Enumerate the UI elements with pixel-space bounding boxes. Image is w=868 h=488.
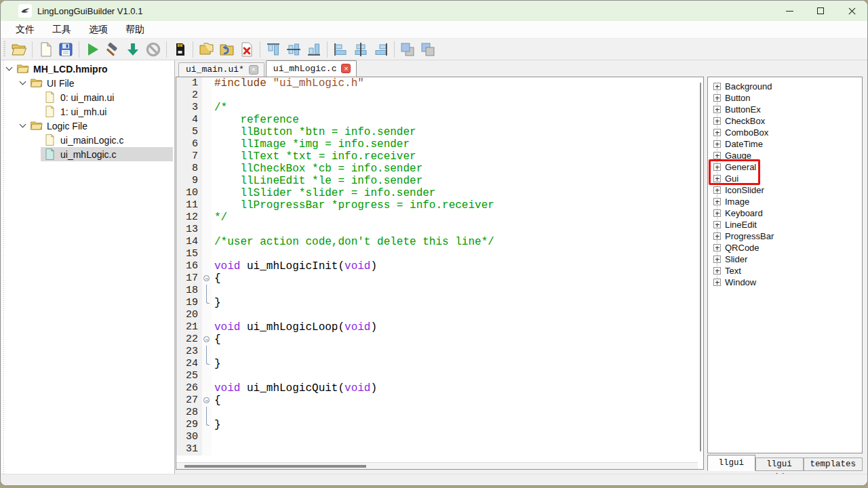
code-line-21[interactable]: 21void ui_mhLogicLoop(void) <box>176 321 698 333</box>
expand-plus-icon[interactable] <box>713 117 721 125</box>
expand-plus-icon[interactable] <box>713 232 721 240</box>
expand-plus-icon[interactable] <box>713 198 721 205</box>
bring-front-button[interactable] <box>397 40 418 59</box>
code-line-15[interactable]: 15 <box>176 248 698 260</box>
chevron-down-icon[interactable] <box>20 121 26 128</box>
expand-plus-icon[interactable] <box>713 244 721 251</box>
code-line-7[interactable]: 7 llText *txt = info.receiver <box>176 150 698 163</box>
expand-plus-icon[interactable] <box>713 186 721 194</box>
code-line-28[interactable]: 28 <box>176 407 698 419</box>
open-folder-button[interactable] <box>9 40 29 59</box>
widget-item-keyboard[interactable]: Keyboard <box>708 207 862 219</box>
code-line-1[interactable]: 1#include "ui_mhLogic.h" <box>176 77 698 89</box>
code-line-12[interactable]: 12*/ <box>176 211 698 224</box>
code-line-9[interactable]: 9 llLineEdit *le = info.sender <box>176 175 698 187</box>
sd-card-button[interactable] <box>170 40 190 59</box>
project-tree-item-ui-mainlogic-c[interactable]: ui_mainLogic.c <box>1 133 174 147</box>
bottom-tab-llgui-id[interactable]: llgui id <box>755 458 804 471</box>
align-right-button[interactable] <box>371 40 391 59</box>
save-button[interactable] <box>56 40 76 59</box>
code-line-23[interactable]: 23 <box>176 346 698 358</box>
code-line-11[interactable]: 11 llProgressBar *progress = info.receiv… <box>176 199 698 211</box>
widget-item-lineedit[interactable]: LineEdit <box>708 219 862 230</box>
widget-item-window[interactable]: Window <box>708 277 862 288</box>
code-line-30[interactable]: 30 <box>176 431 698 443</box>
code-line-24[interactable]: 24} <box>176 358 698 370</box>
chevron-down-icon[interactable] <box>6 64 13 71</box>
expand-plus-icon[interactable] <box>713 163 721 171</box>
align-left-button[interactable] <box>330 40 351 59</box>
expand-plus-icon[interactable] <box>713 209 721 217</box>
expand-plus-icon[interactable] <box>713 267 721 274</box>
widget-item-qrcode[interactable]: QRCode <box>708 242 862 253</box>
editor-horizontal-scrollbar[interactable] <box>176 462 698 469</box>
project-tree-item-1-ui-mh-ui[interactable]: 1: ui_mh.ui <box>1 104 174 119</box>
code-line-10[interactable]: 10 llSlider *slider = info.sender <box>176 187 698 199</box>
menu-item-2[interactable]: 选项 <box>81 22 116 37</box>
code-line-6[interactable]: 6 llImage *img = info.sender <box>176 138 698 150</box>
copy-button[interactable] <box>196 40 216 59</box>
align-bottom-button[interactable] <box>304 40 324 59</box>
widget-item-text[interactable]: Text <box>708 265 862 277</box>
code-line-25[interactable]: 25 <box>176 370 698 382</box>
menu-item-3[interactable]: 帮助 <box>117 22 153 37</box>
download-button[interactable] <box>123 40 143 59</box>
expand-plus-icon[interactable] <box>713 279 721 286</box>
tab-close-icon[interactable]: × <box>249 65 258 75</box>
expand-plus-icon[interactable] <box>713 106 721 113</box>
code-line-16[interactable]: 16void ui_mhLogicInit(void) <box>176 260 698 272</box>
build-button[interactable] <box>102 40 123 59</box>
expand-plus-icon[interactable] <box>713 83 721 90</box>
expand-plus-icon[interactable] <box>713 129 721 136</box>
widget-item-checkbox[interactable]: CheckBox <box>708 115 862 127</box>
widget-item-gui[interactable]: Gui <box>708 173 862 184</box>
code-line-17[interactable]: 17{ <box>176 272 698 285</box>
hscroll-thumb[interactable] <box>184 465 366 468</box>
widget-item-progressbar[interactable]: ProgressBar <box>708 230 862 242</box>
toolbar-grip[interactable] <box>2 41 7 58</box>
stop-button[interactable] <box>143 40 163 59</box>
widget-item-combobox[interactable]: ComboBox <box>708 127 862 138</box>
widget-item-general[interactable]: General <box>708 161 862 173</box>
code-line-29[interactable]: 29} <box>176 419 698 431</box>
code-line-14[interactable]: 14/*user action code,don't delete this l… <box>176 236 698 248</box>
new-file-button[interactable] <box>35 40 56 59</box>
code-editor[interactable]: 1#include "ui_mhLogic.h"23/*4 reference5… <box>176 77 704 470</box>
fold-marker-icon[interactable] <box>202 333 212 346</box>
expand-plus-icon[interactable] <box>713 94 721 102</box>
widget-item-datetime[interactable]: DateTime <box>708 138 862 150</box>
menu-item-1[interactable]: 工具 <box>44 22 79 37</box>
project-tree-item-logic-file[interactable]: Logic File <box>1 119 174 133</box>
editor-tab-ui-main-ui-[interactable]: ui_main.ui*× <box>178 62 264 77</box>
code-line-3[interactable]: 3/* <box>176 102 698 114</box>
code-line-5[interactable]: 5 llButton *btn = info.sender <box>176 126 698 138</box>
send-back-button[interactable] <box>418 40 438 59</box>
widget-item-gauge[interactable]: Gauge <box>708 150 862 161</box>
code-line-20[interactable]: 20 <box>176 309 698 321</box>
widget-item-slider[interactable]: Slider <box>708 253 862 265</box>
expand-plus-icon[interactable] <box>713 221 721 228</box>
align-top-button[interactable] <box>263 40 283 59</box>
widget-item-buttonex[interactable]: ButtonEx <box>708 104 862 115</box>
minimize-button[interactable] <box>774 1 805 21</box>
fold-marker-icon[interactable] <box>202 394 212 407</box>
expand-plus-icon[interactable] <box>713 140 721 148</box>
align-hcenter-button[interactable] <box>351 40 371 59</box>
menu-item-0[interactable]: 文件 <box>7 22 43 37</box>
bottom-tab-llgui-func[interactable]: llgui func <box>707 455 755 471</box>
import-button[interactable] <box>216 40 237 59</box>
chevron-down-icon[interactable] <box>20 79 26 85</box>
code-line-13[interactable]: 13 <box>176 224 698 236</box>
code-line-8[interactable]: 8 llCheckBox *cb = info.sender <box>176 163 698 175</box>
project-tree-item-ui-file[interactable]: UI File <box>1 76 174 90</box>
project-tree-item-ui-mhlogic-c[interactable]: ui_mhLogic.c <box>1 147 174 161</box>
project-tree-item-mh-lcd-hmipro[interactable]: MH_LCD.hmipro <box>1 62 174 76</box>
delete-button[interactable] <box>237 40 257 59</box>
code-line-31[interactable]: 31 <box>176 443 698 455</box>
widget-item-button[interactable]: Button <box>708 92 862 104</box>
code-line-27[interactable]: 27{ <box>176 394 698 407</box>
code-line-19[interactable]: 19} <box>176 297 698 309</box>
project-tree-item-0-ui-main-ui[interactable]: 0: ui_main.ui <box>1 90 174 104</box>
bottom-tab-templates[interactable]: templates <box>804 458 863 471</box>
run-button[interactable] <box>82 40 102 59</box>
